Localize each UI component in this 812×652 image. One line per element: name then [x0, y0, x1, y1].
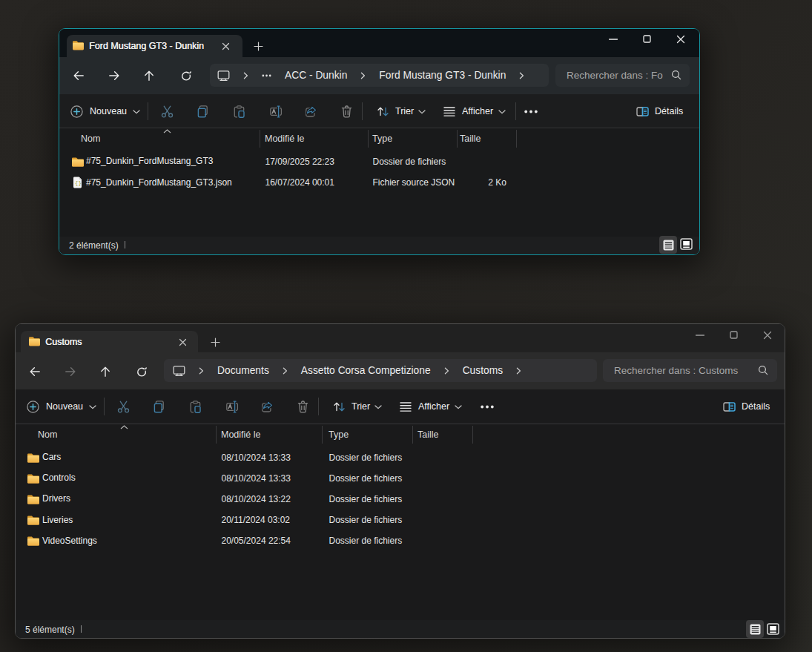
svg-text:{}: {}: [75, 180, 82, 186]
